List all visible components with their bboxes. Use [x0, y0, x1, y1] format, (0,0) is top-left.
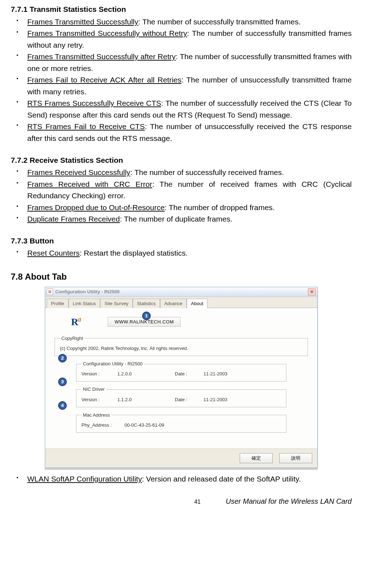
tab-statistics[interactable]: Statistics: [133, 299, 160, 308]
tab-bar: Profile Link Status Site Survey Statisti…: [45, 297, 317, 308]
callout-2: 2: [58, 354, 67, 362]
list-item: Duplicate Frames Received: The number of…: [14, 213, 352, 225]
list-item: Frames Dropped due to Out-of-Resource: T…: [14, 202, 352, 214]
term: Frames Received Successfully: [27, 168, 130, 176]
term: Duplicate Frames Received: [27, 215, 120, 223]
dialog-window: R Configuration Utility - Rt2500 ✕ Profi…: [45, 287, 318, 468]
list-button: Reset Counters: Restart the displayed st…: [11, 247, 352, 259]
list-receive: Frames Received Successfully: The number…: [11, 167, 352, 225]
dialog-screenshot: R Configuration Utility - Rt2500 ✕ Profi…: [45, 287, 318, 469]
close-button[interactable]: ✕: [308, 288, 316, 295]
tab-advance[interactable]: Advance: [160, 299, 187, 308]
legend-copyright: CopyRight: [60, 335, 85, 342]
group-nic-driver: NIC Driver Version : 1.1.2.0 Date : 11-2…: [76, 386, 286, 407]
group-config-utility: Configuration Utility - Rt2500 Version :…: [76, 360, 286, 381]
term: Frames Transmitted Successfully: [27, 18, 138, 26]
term: Reset Counters: [27, 249, 80, 257]
value-version: 1.1.2.0: [117, 396, 175, 403]
list-item: WLAN SoftAP Configuration Utility: Versi…: [14, 473, 352, 485]
heading-78: 7.8 About Tab: [11, 270, 352, 283]
term: Frames Dropped due to Out-of-Resource: [27, 203, 165, 212]
title-bar: R Configuration Utility - Rt2500 ✕: [45, 287, 317, 297]
list-item: Frames Transmitted Successfully without …: [14, 28, 352, 51]
footer-title: User Manual for the Wireless LAN Card: [226, 496, 352, 507]
close-icon: ✕: [310, 289, 314, 295]
list-item: Frames Received with CRC Error: The numb…: [14, 179, 352, 202]
button-row: 確定 說明: [45, 449, 317, 468]
callout-3: 3: [58, 378, 67, 386]
ok-button[interactable]: 確定: [240, 453, 273, 463]
label-version: Version :: [81, 396, 117, 403]
label-phy-address: Phy_Address :: [81, 422, 125, 429]
help-button[interactable]: 說明: [279, 453, 312, 463]
tab-link-status[interactable]: Link Status: [69, 299, 100, 308]
term: Frames Received with CRC Error: [27, 180, 152, 188]
term: RTS Frames Fail to Receive CTS: [27, 122, 145, 131]
value-date: 11-21-2003: [203, 396, 228, 403]
copyright-text: (c) Copyright 2002, Ralink Technology, I…: [60, 345, 303, 352]
desc: : Restart the displayed statistics.: [80, 249, 188, 257]
list-item: Reset Counters: Restart the displayed st…: [14, 247, 352, 259]
page-number: 41: [194, 498, 201, 507]
value-phy-address: 00-0C-43-25-61-09: [125, 422, 164, 429]
heading-772: 7.7.2 Receive Statistics Section: [11, 155, 352, 166]
term: RTS Frames Successfully Receive CTS: [27, 99, 161, 107]
list-item: RTS Frames Fail to Receive CTS: The numb…: [14, 121, 352, 144]
value-version: 1.2.0.0: [117, 370, 175, 378]
label-version: Version :: [81, 370, 117, 378]
callout-4: 4: [58, 401, 67, 410]
legend-nic: NIC Driver: [81, 386, 106, 393]
group-copyright: CopyRight (c) Copyright 2002, Ralink Tec…: [55, 335, 308, 356]
heading-771: 7.7.1 Transmit Statistics Section: [11, 4, 352, 15]
list-item: Frames Transmitted Successfully after Re…: [14, 51, 352, 74]
list-item: Frames Fail to Receive ACK After all Ret…: [14, 74, 352, 98]
group-mac-address: Mac Address Phy_Address : 00-0C-43-25-61…: [76, 412, 286, 433]
tab-profile[interactable]: Profile: [47, 299, 69, 308]
desc: : The number of successfully received fr…: [130, 168, 284, 176]
term: Frames Fail to Receive ACK After all Ret…: [27, 76, 182, 84]
tab-site-survey[interactable]: Site Survey: [100, 299, 132, 308]
list-item: Frames Received Successfully: The number…: [14, 167, 352, 179]
page-footer: 41 User Manual for the Wireless LAN Card: [11, 496, 352, 507]
tab-about[interactable]: About: [187, 299, 207, 308]
desc: : The number of dropped frames.: [165, 203, 275, 212]
legend-config: Configuration Utility - Rt2500: [81, 360, 144, 368]
ralink-logo: Ra: [71, 314, 80, 330]
desc: : The number of duplicate frames.: [120, 215, 233, 223]
desc: : The number of successfully transmitted…: [138, 18, 300, 26]
list-item: Frames Transmitted Successfully: The num…: [14, 16, 352, 28]
callout-1: 1: [142, 312, 151, 320]
dialog-body: 1 2 3 4 Ra WWW.RALINKTECH.COM CopyRight …: [45, 308, 317, 449]
term: WLAN SoftAP Configuration Utility: [27, 475, 142, 483]
heading-773: 7.7.3 Button: [11, 235, 352, 247]
list-transmit: Frames Transmitted Successfully: The num…: [11, 16, 352, 144]
app-icon: R: [47, 289, 53, 295]
label-date: Date :: [175, 370, 203, 378]
label-date: Date :: [175, 396, 203, 403]
window-title: Configuration Utility - Rt2500: [55, 288, 308, 295]
value-date: 11-21-2003: [203, 370, 228, 378]
term: Frames Transmitted Successfully without …: [27, 29, 187, 37]
desc: : Version and released date of the SoftA…: [142, 475, 301, 483]
term: Frames Transmitted Successfully after Re…: [27, 52, 176, 61]
list-item: RTS Frames Successfully Receive CTS: The…: [14, 98, 352, 121]
list-about-note: WLAN SoftAP Configuration Utility: Versi…: [11, 473, 352, 485]
legend-mac: Mac Address: [81, 412, 111, 419]
